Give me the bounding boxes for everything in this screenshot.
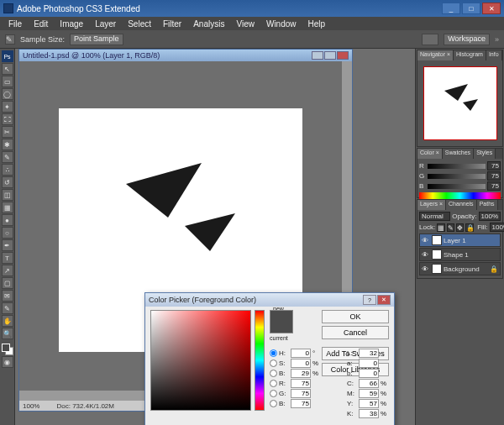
color-swatch[interactable]: [2, 344, 13, 355]
doc-minimize-button[interactable]: [312, 51, 323, 60]
bl-radio[interactable]: [270, 400, 277, 407]
visibility-icon[interactable]: 👁: [422, 251, 430, 259]
tab-channels[interactable]: Channels: [446, 200, 477, 210]
layer-row[interactable]: 👁 Layer 1: [419, 233, 501, 247]
screen-mode-icon[interactable]: [422, 34, 438, 45]
pen-tool[interactable]: ✒: [2, 239, 13, 251]
layer-row[interactable]: 👁 Shape 1: [419, 248, 501, 261]
heal-tool[interactable]: ✱: [2, 139, 13, 150]
close-button[interactable]: ✕: [482, 3, 501, 14]
panel-toggle-icon[interactable]: »: [495, 35, 499, 44]
notes-tool[interactable]: ✉: [2, 290, 13, 302]
dialog-close-button[interactable]: ✕: [377, 295, 391, 305]
r-field[interactable]: [291, 379, 311, 388]
a-field[interactable]: [359, 359, 379, 368]
opacity-field[interactable]: 100%: [479, 212, 501, 221]
layer-name[interactable]: Background: [444, 265, 480, 273]
move-tool[interactable]: ↖: [2, 63, 13, 75]
r-radio[interactable]: [270, 380, 277, 387]
hue-slider[interactable]: [255, 310, 265, 411]
stamp-tool[interactable]: ⛬: [2, 164, 13, 176]
gradient-tool[interactable]: ▦: [2, 202, 13, 213]
s-radio[interactable]: [270, 359, 277, 367]
color-g-value[interactable]: 75: [487, 171, 501, 181]
fill-field[interactable]: 100%: [490, 223, 504, 232]
zoom-level[interactable]: 100%: [23, 402, 39, 410]
menu-edit[interactable]: Edit: [29, 18, 53, 29]
navigator-thumbnail[interactable]: [423, 66, 497, 140]
minimize-button[interactable]: _: [442, 3, 460, 14]
color-r-value[interactable]: 75: [487, 161, 501, 171]
ok-button[interactable]: OK: [322, 310, 389, 323]
menu-select[interactable]: Select: [123, 18, 156, 29]
color-b-value[interactable]: 75: [487, 181, 501, 191]
lasso-tool[interactable]: ◯: [2, 88, 13, 100]
tab-navigator[interactable]: Navigator ×: [417, 50, 454, 60]
sample-size-dropdown[interactable]: Point Sample: [70, 34, 123, 45]
b-radio[interactable]: [270, 370, 277, 377]
wand-tool[interactable]: ✦: [2, 101, 13, 113]
brush-tool[interactable]: ✎: [2, 151, 13, 163]
tab-styles[interactable]: Styles: [474, 149, 496, 159]
menu-view[interactable]: View: [231, 18, 260, 29]
history-brush-tool[interactable]: ↺: [2, 176, 13, 188]
blur-tool[interactable]: ●: [2, 214, 13, 226]
color-picker-titlebar[interactable]: Color Picker (Foreground Color) ? ✕: [145, 293, 394, 307]
visibility-icon[interactable]: 👁: [422, 265, 430, 273]
tab-swatches[interactable]: Swatches: [443, 149, 474, 159]
dialog-help-button[interactable]: ?: [363, 295, 376, 305]
color-b-slider[interactable]: [428, 184, 486, 189]
eraser-tool[interactable]: ◫: [2, 189, 13, 201]
type-tool[interactable]: T: [2, 252, 13, 264]
b-field[interactable]: [291, 369, 311, 378]
menu-filter[interactable]: Filter: [158, 18, 186, 29]
color-r-slider[interactable]: [428, 164, 486, 169]
lock-trans-icon[interactable]: ▦: [437, 223, 445, 232]
menu-window[interactable]: Window: [261, 18, 302, 29]
menu-layer[interactable]: Layer: [90, 18, 121, 29]
y-field[interactable]: [359, 399, 379, 408]
maximize-button[interactable]: □: [462, 3, 480, 14]
lock-pixels-icon[interactable]: ✎: [447, 223, 454, 232]
bl-field[interactable]: [291, 399, 311, 408]
crop-tool[interactable]: ⛶: [2, 113, 13, 125]
m-field[interactable]: [359, 389, 379, 398]
blend-mode-dropdown[interactable]: Normal: [419, 212, 450, 221]
quickmask-tool[interactable]: ◉: [2, 356, 13, 368]
tab-histogram[interactable]: Histogram: [454, 50, 486, 60]
layer-name[interactable]: Layer 1: [444, 237, 466, 244]
menu-file[interactable]: File: [3, 18, 27, 29]
eyedropper-tool[interactable]: ✎: [2, 302, 13, 314]
g-radio[interactable]: [270, 390, 277, 397]
dodge-tool[interactable]: ○: [2, 227, 13, 239]
zoom-tool[interactable]: 🔍: [2, 328, 13, 339]
menu-image[interactable]: Image: [55, 18, 88, 29]
tab-info[interactable]: Info: [486, 50, 502, 60]
cancel-button[interactable]: Cancel: [322, 326, 389, 339]
doc-maximize-button[interactable]: [324, 51, 336, 60]
menu-help[interactable]: Help: [303, 18, 331, 29]
s-field[interactable]: [291, 359, 311, 368]
layer-name[interactable]: Shape 1: [444, 251, 469, 259]
g-field[interactable]: [291, 389, 311, 398]
menu-analysis[interactable]: Analysis: [188, 18, 229, 29]
current-color-swatch[interactable]: [270, 322, 292, 333]
workspace-dropdown[interactable]: Workspace: [444, 34, 490, 45]
path-tool[interactable]: ↗: [2, 265, 13, 276]
tab-paths[interactable]: Paths: [477, 200, 498, 210]
slice-tool[interactable]: ✂: [2, 126, 13, 138]
b2-field[interactable]: [359, 369, 379, 378]
lock-position-icon[interactable]: ✥: [456, 223, 464, 232]
shape-tool[interactable]: ▢: [2, 277, 13, 289]
tab-color[interactable]: Color ×: [417, 149, 443, 159]
lock-all-icon[interactable]: 🔒: [465, 223, 474, 232]
doc-close-button[interactable]: [337, 51, 349, 60]
h-field[interactable]: [291, 349, 311, 358]
color-field[interactable]: [150, 310, 251, 411]
hand-tool[interactable]: ✋: [2, 315, 13, 327]
h-radio[interactable]: [270, 349, 277, 357]
l-field[interactable]: [359, 349, 379, 358]
marquee-tool[interactable]: ▭: [2, 76, 13, 87]
foreground-swatch[interactable]: [2, 344, 10, 352]
k-field[interactable]: [359, 409, 379, 418]
